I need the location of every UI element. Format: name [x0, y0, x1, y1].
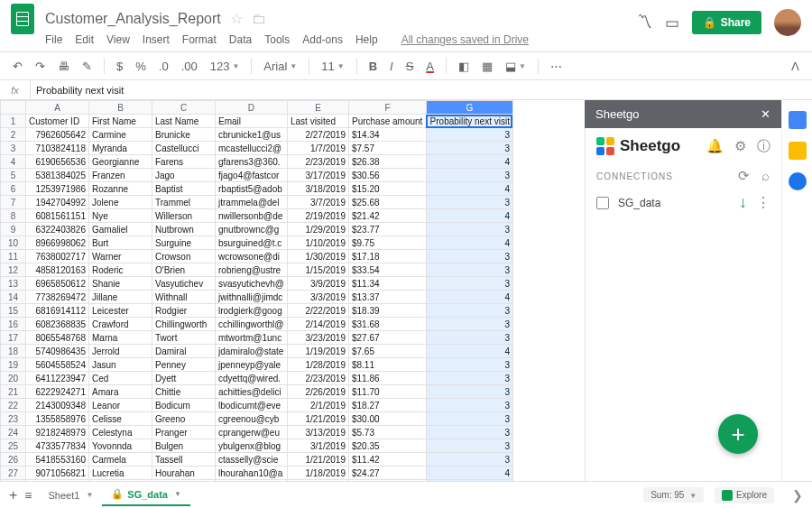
cell[interactable]: Franzen: [89, 169, 152, 182]
cell[interactable]: Roderic: [89, 263, 152, 277]
cell[interactable]: wcrowsone@di: [216, 250, 288, 263]
cell[interactable]: 3: [426, 412, 512, 426]
cell[interactable]: Farens: [152, 155, 216, 169]
cell[interactable]: Trammel: [152, 196, 216, 209]
header-cell[interactable]: Last Name: [152, 115, 216, 128]
cell[interactable]: $30.56: [348, 169, 426, 182]
row-header[interactable]: 16: [1, 318, 26, 331]
cell[interactable]: $31.68: [348, 318, 426, 331]
cell[interactable]: $15.20: [348, 182, 426, 196]
star-icon[interactable]: ☆: [230, 10, 243, 27]
row-header[interactable]: 25: [1, 439, 26, 453]
cell[interactable]: Carmine: [89, 128, 152, 142]
explore-button[interactable]: Explore: [715, 487, 774, 503]
cell[interactable]: Chittie: [152, 385, 216, 399]
cell[interactable]: 5604558524: [26, 358, 89, 372]
col-header-C[interactable]: C: [152, 101, 216, 115]
cell[interactable]: Georgianne: [89, 155, 152, 169]
cell[interactable]: 3/23/2019: [287, 331, 348, 345]
connection-row[interactable]: SG_data ↓ ⋮: [596, 193, 770, 212]
cell[interactable]: Jerrold: [89, 345, 152, 358]
cell[interactable]: $33.54: [348, 263, 426, 277]
cell[interactable]: Pranger: [152, 426, 216, 439]
row-header[interactable]: 19: [1, 358, 26, 372]
cell[interactable]: 1253971986: [26, 182, 89, 196]
cell[interactable]: 6082368835: [26, 318, 89, 331]
more-toolbar[interactable]: ⋯: [547, 58, 566, 75]
cell[interactable]: lhourahan10@a: [216, 466, 288, 480]
cell[interactable]: 3: [426, 196, 512, 209]
cell[interactable]: $18.39: [348, 304, 426, 318]
cell[interactable]: 1/18/2019: [287, 466, 348, 480]
cell[interactable]: 8966998062: [26, 236, 89, 250]
cell[interactable]: 4: [426, 155, 512, 169]
redo-button[interactable]: ↷: [32, 58, 49, 75]
cell[interactable]: 9218248979: [26, 426, 89, 439]
row-header[interactable]: 8: [1, 209, 26, 223]
borders-button[interactable]: ▦: [478, 58, 496, 75]
cell[interactable]: Warner: [89, 250, 152, 263]
cell[interactable]: $11.70: [348, 385, 426, 399]
cell[interactable]: Tassell: [152, 453, 216, 466]
cell[interactable]: 7103824118: [26, 142, 89, 155]
header-cell[interactable]: Probability next visit: [426, 115, 512, 128]
row-header[interactable]: 15: [1, 304, 26, 318]
cell[interactable]: $5.73: [348, 426, 426, 439]
share-button[interactable]: 🔒 Share: [692, 11, 761, 34]
cell[interactable]: rbaptist5@adob: [216, 182, 288, 196]
print-button[interactable]: 🖶: [54, 58, 73, 75]
cell[interactable]: 8065548768: [26, 331, 89, 345]
cell[interactable]: ybulgenx@blog: [216, 439, 288, 453]
cell[interactable]: $11.86: [348, 372, 426, 385]
formula-bar[interactable]: Probability next visit: [31, 85, 124, 96]
cell[interactable]: Nutbrown: [152, 223, 216, 236]
cell[interactable]: 3: [426, 426, 512, 439]
cell[interactable]: 4: [426, 466, 512, 480]
cell[interactable]: 3/7/2019: [287, 196, 348, 209]
col-header-D[interactable]: D: [216, 101, 288, 115]
cell[interactable]: lbodicumt@eve: [216, 399, 288, 412]
cell[interactable]: 3: [426, 250, 512, 263]
cell[interactable]: 2/26/2019: [287, 385, 348, 399]
trend-icon[interactable]: 〽: [637, 14, 652, 32]
cell[interactable]: cchillingworthl@: [216, 318, 288, 331]
font-selector[interactable]: Arial▼: [260, 58, 300, 75]
cell[interactable]: 3/18/2019: [287, 182, 348, 196]
increase-decimal[interactable]: .00: [178, 58, 201, 75]
cell[interactable]: Castellucci: [152, 142, 216, 155]
cell[interactable]: $18.27: [348, 399, 426, 412]
spreadsheet-grid[interactable]: ABCDEFG1Customer IDFirst NameLast NameEm…: [0, 100, 513, 497]
cell[interactable]: 6081561151: [26, 209, 89, 223]
header-cell[interactable]: Purchase amount: [348, 115, 426, 128]
cell[interactable]: 4: [426, 345, 512, 358]
menu-tools[interactable]: Tools: [264, 33, 290, 46]
cell[interactable]: 6222924271: [26, 385, 89, 399]
cell[interactable]: 3/3/2019: [287, 291, 348, 304]
cell[interactable]: Jolene: [89, 196, 152, 209]
font-size[interactable]: 11▼: [318, 58, 347, 75]
cell[interactable]: 3: [426, 439, 512, 453]
cell[interactable]: 6190656536: [26, 155, 89, 169]
col-header-E[interactable]: E: [287, 101, 348, 115]
header-cell[interactable]: Last visited: [287, 115, 348, 128]
cell[interactable]: Yovonnda: [89, 439, 152, 453]
cell[interactable]: Crawford: [89, 318, 152, 331]
cell[interactable]: 3/1/2019: [287, 439, 348, 453]
cell[interactable]: cdyettq@wired.: [216, 372, 288, 385]
cell[interactable]: Leicester: [89, 304, 152, 318]
refresh-icon[interactable]: ⟳: [738, 168, 751, 184]
menu-edit[interactable]: Edit: [75, 33, 94, 46]
cell[interactable]: jwithnalli@jimdc: [216, 291, 288, 304]
cell[interactable]: $24.27: [348, 466, 426, 480]
cell[interactable]: fjago4@fastcor: [216, 169, 288, 182]
cell[interactable]: $14.34: [348, 128, 426, 142]
cell[interactable]: 1/19/2019: [287, 345, 348, 358]
cell[interactable]: $20.35: [348, 439, 426, 453]
settings-icon[interactable]: ⚙: [734, 138, 746, 155]
row-header[interactable]: 21: [1, 385, 26, 399]
cell[interactable]: robrieng@ustre: [216, 263, 288, 277]
cell[interactable]: 5381384025: [26, 169, 89, 182]
menu-format[interactable]: Format: [182, 33, 217, 46]
cell[interactable]: 4858120163: [26, 263, 89, 277]
cell[interactable]: Willerson: [152, 209, 216, 223]
